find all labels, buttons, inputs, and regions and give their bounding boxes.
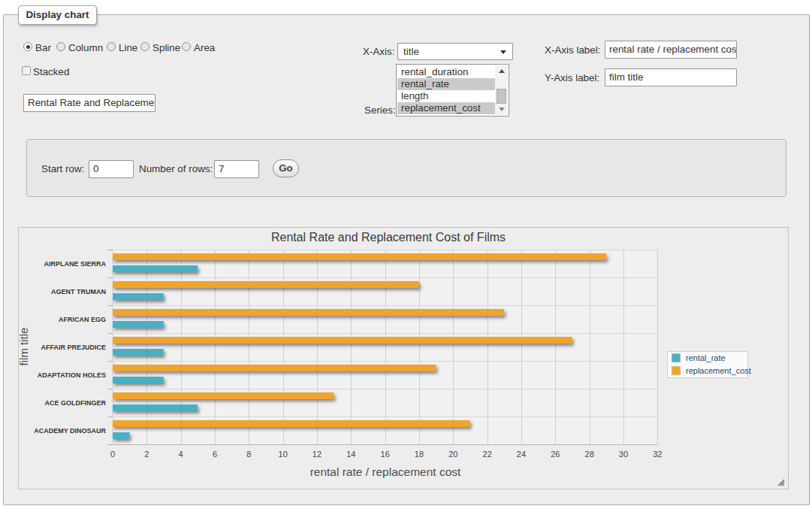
svg-text:18: 18 [415, 450, 424, 459]
svg-text:ACADEMY DINOSAUR: ACADEMY DINOSAUR [34, 427, 106, 435]
svg-text:28: 28 [585, 450, 594, 459]
svg-text:32: 32 [653, 450, 662, 459]
svg-text:16: 16 [381, 450, 390, 459]
svg-text:AGENT TRUMAN: AGENT TRUMAN [51, 288, 106, 295]
svg-text:6: 6 [213, 450, 217, 459]
svg-text:4: 4 [179, 450, 183, 459]
svg-text:8: 8 [246, 450, 251, 459]
svg-text:24: 24 [517, 450, 526, 459]
svg-text:ADAPTATION HOLES: ADAPTATION HOLES [38, 371, 106, 379]
svg-text:2: 2 [144, 450, 149, 459]
svg-text:ACE GOLDFINGER: ACE GOLDFINGER [44, 399, 106, 407]
svg-text:0: 0 [110, 450, 115, 459]
svg-text:AIRPLANE SIERRA: AIRPLANE SIERRA [44, 260, 106, 268]
svg-text:film title: film title [19, 328, 30, 366]
svg-text:10: 10 [279, 450, 288, 459]
svg-text:rental_rate: rental_rate [686, 353, 726, 362]
svg-text:replacement_cost: replacement_cost [686, 366, 751, 375]
svg-text:22: 22 [483, 450, 492, 459]
svg-text:14: 14 [346, 450, 355, 459]
svg-text:26: 26 [551, 450, 560, 459]
svg-text:Rental Rate and Replacement Co: Rental Rate and Replacement Cost of Film… [271, 231, 506, 244]
svg-text:20: 20 [448, 450, 457, 459]
svg-text:12: 12 [312, 450, 321, 459]
svg-text:AFRICAN EGG: AFRICAN EGG [59, 316, 106, 323]
svg-text:AFFAIR PREJUDICE: AFFAIR PREJUDICE [41, 344, 106, 351]
svg-text:rental rate / replacement cost: rental rate / replacement cost [310, 465, 461, 478]
svg-text:30: 30 [619, 450, 628, 459]
